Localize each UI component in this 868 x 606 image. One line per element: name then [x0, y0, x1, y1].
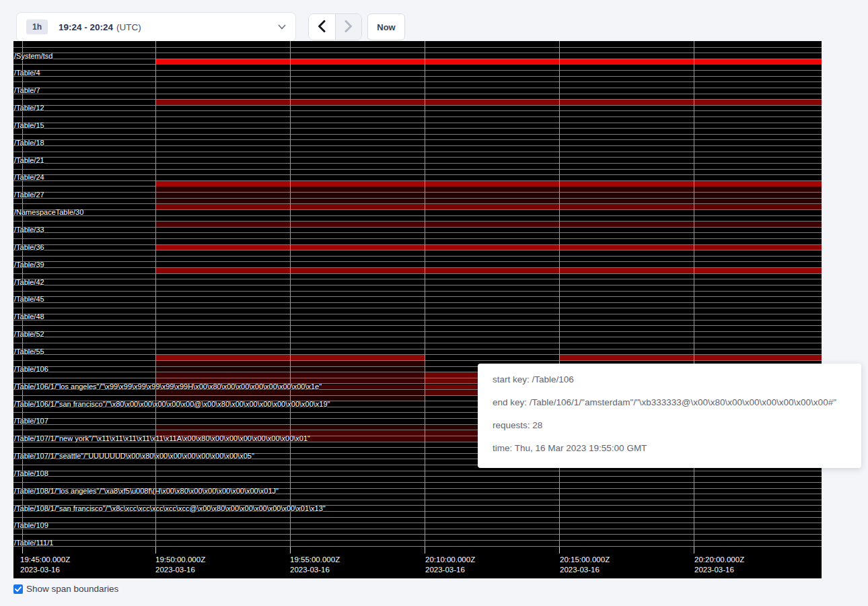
heatmap-cell[interactable]: [425, 245, 559, 250]
heatmap-cell[interactable]: [291, 187, 425, 193]
span-boundary-line: [13, 139, 822, 140]
heatmap-cell[interactable]: [560, 187, 694, 193]
heatmap-cell[interactable]: [291, 390, 425, 395]
heatmap-cell[interactable]: [694, 222, 822, 227]
span-boundary-line: [13, 215, 822, 216]
time-bucket-gridline: [694, 41, 694, 546]
span-label: /Table/52: [14, 330, 44, 338]
heatmap-cell[interactable]: [694, 100, 822, 105]
heatmap-cell[interactable]: [560, 181, 694, 187]
heatmap-cell[interactable]: [156, 222, 290, 227]
heatmap-cell[interactable]: [156, 59, 290, 65]
heatmap-cell[interactable]: [694, 181, 822, 187]
heatmap-cell[interactable]: [156, 181, 290, 187]
heatmap-cell[interactable]: [291, 436, 425, 442]
heatmap-cell[interactable]: [291, 268, 425, 273]
heatmap-cell[interactable]: [156, 361, 290, 366]
heatmap-cell[interactable]: [425, 193, 559, 198]
heatmap-cell[interactable]: [694, 187, 822, 193]
heatmap-cell[interactable]: [156, 100, 290, 105]
heatmap-cell[interactable]: [694, 193, 822, 198]
heatmap-cell[interactable]: [291, 199, 425, 204]
heatmap-cell[interactable]: [694, 268, 822, 273]
heatmap-cell[interactable]: [156, 199, 290, 204]
heatmap-cell[interactable]: [425, 268, 559, 273]
heatmap-cell[interactable]: [425, 187, 559, 193]
heatmap-cell[interactable]: [560, 100, 694, 105]
heatmap-cell[interactable]: [425, 204, 559, 209]
heatmap-cell[interactable]: [291, 181, 425, 187]
heatmap-cell[interactable]: [560, 193, 694, 198]
span-boundary-line: [13, 349, 822, 349]
span-boundary-line: [13, 70, 822, 71]
heatmap-cell[interactable]: [156, 367, 290, 372]
heatmap-cell[interactable]: [694, 59, 822, 65]
show-span-boundaries-row[interactable]: Show span boundaries: [13, 584, 118, 594]
heatmap-cell[interactable]: [425, 199, 559, 204]
heatmap-cell[interactable]: [425, 222, 559, 227]
heatmap-cell[interactable]: [291, 372, 425, 378]
now-button[interactable]: Now: [367, 13, 405, 40]
span-label: /Table/109: [14, 521, 48, 529]
time-range-selector[interactable]: 1h 19:24 - 20:24 (UTC): [16, 12, 296, 42]
span-label: /Table/7: [14, 86, 40, 94]
span-boundary-line: [13, 105, 822, 106]
heatmap-cell[interactable]: [425, 181, 559, 187]
span-boundary-line: [13, 314, 822, 314]
heatmap-cell[interactable]: [560, 355, 694, 360]
span-label: /Table/18: [14, 139, 44, 147]
span-boundary-line: [13, 64, 822, 65]
time-bucket-gridline: [425, 41, 425, 546]
show-span-boundaries-checkbox[interactable]: [13, 584, 23, 594]
heatmap-cell[interactable]: [156, 390, 290, 395]
span-label: /NamespaceTable/30: [14, 208, 83, 216]
heatmap-cell[interactable]: [291, 355, 425, 360]
heatmap-cell[interactable]: [291, 425, 425, 430]
heatmap-cell[interactable]: [560, 222, 694, 227]
heatmap-cell[interactable]: [156, 372, 290, 378]
heatmap-cell[interactable]: [291, 100, 425, 105]
heatmap-cell[interactable]: [560, 268, 694, 273]
span-boundary-line: [13, 343, 822, 343]
axis-tick-label: 19:45:00.000Z2023-03-16: [20, 555, 70, 574]
heatmap-cell[interactable]: [425, 59, 559, 65]
heatmap-cell[interactable]: [425, 100, 559, 105]
time-bucket-gridline: [290, 41, 291, 546]
heatmap-cell[interactable]: [291, 193, 425, 198]
span-label: /Table/107/1/"new york"/"\x11\x11\x11\x1…: [14, 434, 310, 442]
heatmap-cell[interactable]: [694, 199, 822, 204]
heatmap-cell[interactable]: [560, 59, 694, 65]
prev-interval-button[interactable]: [309, 14, 335, 40]
axis-tick: [22, 547, 23, 553]
heatmap-cell[interactable]: [156, 204, 290, 209]
heatmap-cell[interactable]: [291, 59, 425, 65]
heatmap-cell[interactable]: [156, 245, 290, 250]
heatmap-cell[interactable]: [291, 367, 425, 372]
key-visualizer-canvas[interactable]: /System/tsd/Table/4/Table/7/Table/12/Tab…: [13, 41, 822, 578]
heatmap-cell[interactable]: [291, 245, 425, 250]
heatmap-cell[interactable]: [560, 204, 694, 209]
tooltip-time: time: Thu, 16 Mar 2023 19:55:00 GMT: [493, 441, 861, 455]
heatmap-cell[interactable]: [156, 193, 290, 198]
span-boundary-line: [13, 296, 822, 297]
heatmap-cell[interactable]: [291, 430, 425, 436]
heatmap-cell[interactable]: [694, 355, 822, 360]
heatmap-cell[interactable]: [156, 425, 290, 430]
axis-tick: [559, 547, 560, 553]
heatmap-cell[interactable]: [560, 245, 694, 250]
heatmap-cell[interactable]: [156, 187, 290, 193]
next-interval-button-disabled[interactable]: [335, 14, 361, 40]
heatmap-cell[interactable]: [694, 245, 822, 250]
heatmap-cell[interactable]: [156, 268, 290, 273]
heatmap-cell[interactable]: [291, 361, 425, 366]
heatmap-cell[interactable]: [291, 204, 425, 209]
heatmap-cell[interactable]: [156, 355, 290, 360]
heatmap-cell[interactable]: [560, 199, 694, 204]
heatmap-cell[interactable]: [694, 204, 822, 209]
span-boundary-line: [13, 302, 822, 303]
tooltip-requests: requests: 28: [493, 418, 861, 432]
heatmap-cell[interactable]: [291, 222, 425, 227]
span-boundary-line: [13, 529, 822, 529]
span-boundary-line: [13, 209, 822, 210]
span-boundary-line: [13, 174, 822, 175]
